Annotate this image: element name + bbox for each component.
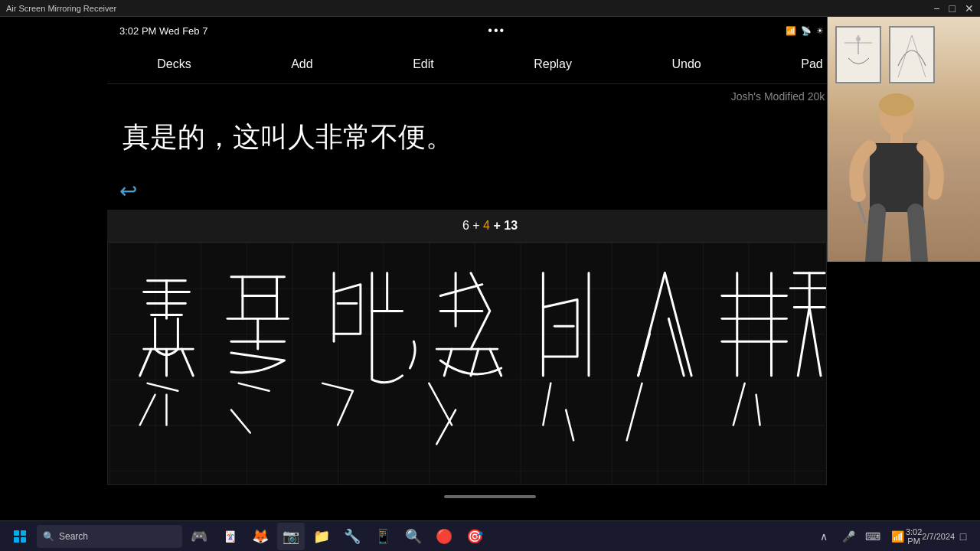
svg-point-4 bbox=[856, 37, 861, 41]
close-button[interactable]: ✕ bbox=[965, 3, 974, 14]
sys-keyboard[interactable]: ⌨ bbox=[862, 526, 884, 547]
sys-microphone[interactable]: 🎤 bbox=[838, 526, 859, 547]
nav-replay[interactable]: Replay bbox=[521, 51, 584, 77]
nav-add[interactable]: Add bbox=[279, 51, 325, 77]
left-background bbox=[0, 17, 107, 551]
taskbar-right: ∧ 🎤 ⌨ 📶 3:02 PM 2/7/2024 □ bbox=[813, 526, 974, 547]
wifi-icon: 📶 bbox=[786, 26, 796, 36]
sys-clock: 3:02 PM 2/7/2024 bbox=[911, 526, 949, 547]
svg-point-13 bbox=[879, 93, 914, 116]
window-controls: − □ ✕ bbox=[933, 3, 974, 14]
taskbar-icon-search2[interactable]: 🔍 bbox=[400, 523, 427, 550]
app-title: Air Screen Mirroring Receiver bbox=[6, 4, 116, 13]
maximize-button[interactable]: □ bbox=[949, 3, 956, 14]
taskbar-icon-target[interactable]: 🎯 bbox=[461, 523, 488, 550]
clock-date: 2/7/2024 bbox=[922, 532, 955, 541]
status-time: 3:02 PM Wed Feb 7 bbox=[119, 25, 207, 37]
signal-icon: 📡 bbox=[801, 26, 812, 36]
webcam-overlay bbox=[827, 17, 980, 262]
score-part2: 4 bbox=[483, 219, 490, 232]
sys-network[interactable]: 📶 bbox=[887, 526, 908, 547]
svg-rect-10 bbox=[870, 143, 923, 212]
search-label: Search bbox=[59, 531, 88, 542]
taskbar-search[interactable]: 🔍 Search bbox=[37, 525, 182, 548]
home-bar bbox=[444, 495, 536, 498]
sys-notifications[interactable]: □ bbox=[952, 526, 974, 547]
home-indicator bbox=[107, 485, 873, 508]
undo-area: ↩ bbox=[107, 171, 873, 210]
sentence-display: 真是的，这叫人非常不便。 bbox=[107, 106, 873, 171]
brightness-icon: ☀ bbox=[816, 26, 824, 36]
nav-decks[interactable]: Decks bbox=[145, 51, 203, 77]
drawing-area[interactable] bbox=[107, 242, 827, 485]
taskbar-icon-app1[interactable]: 🦊 bbox=[247, 523, 274, 550]
start-button[interactable] bbox=[6, 523, 34, 550]
sentence-text: 真是的，这叫人非常不便。 bbox=[122, 118, 858, 156]
phone-screen: 3:02 PM Wed Feb 7 ••• 📶 📡 ☀ 78% 🔋 Decks … bbox=[107, 17, 873, 551]
wall-frame-right bbox=[889, 26, 935, 83]
svg-line-12 bbox=[858, 202, 866, 223]
status-bar: 3:02 PM Wed Feb 7 ••• 📶 📡 ☀ 78% 🔋 bbox=[107, 17, 873, 44]
search-icon: 🔍 bbox=[43, 531, 54, 542]
nav-edit[interactable]: Edit bbox=[400, 51, 446, 77]
nav-undo[interactable]: Undo bbox=[659, 51, 713, 77]
taskbar-icon-settings[interactable]: 🔧 bbox=[338, 523, 366, 550]
taskbar-icon-game[interactable]: 🎮 bbox=[185, 523, 213, 550]
score-part1: 6 + bbox=[462, 219, 483, 232]
minimize-button[interactable]: − bbox=[933, 3, 939, 14]
taskbar-icon-cards[interactable]: 🃏 bbox=[216, 523, 243, 550]
taskbar-icon-red[interactable]: 🔴 bbox=[430, 523, 458, 550]
svg-point-11 bbox=[851, 187, 866, 202]
status-dots: ••• bbox=[488, 24, 505, 37]
score-text: 6 + 4 + 13 bbox=[462, 219, 518, 233]
taskbar: 🔍 Search 🎮 🃏 🦊 📷 📁 🔧 📱 🔍 🔴 🎯 ∧ 🎤 ⌨ 📶 3:0… bbox=[0, 520, 980, 551]
score-part3: + 13 bbox=[490, 219, 518, 232]
wall-frame-left bbox=[835, 26, 881, 83]
svg-rect-9 bbox=[890, 133, 903, 145]
taskbar-icon-folder[interactable]: 📁 bbox=[308, 523, 335, 550]
undo-icon[interactable]: ↩ bbox=[119, 178, 137, 204]
windows-logo bbox=[14, 530, 26, 543]
taskbar-icon-app2[interactable]: 📷 bbox=[277, 523, 305, 550]
person-silhouette bbox=[843, 93, 950, 262]
score-bar: 6 + 4 + 13 bbox=[107, 210, 873, 242]
title-bar: Air Screen Mirroring Receiver − □ ✕ bbox=[0, 0, 980, 17]
drawing-strokes bbox=[108, 243, 826, 484]
deck-label: Josh's Modified 20k -- hsk2 bbox=[107, 84, 873, 106]
clock-time: 3:02 PM bbox=[906, 527, 922, 546]
taskbar-icon-phone[interactable]: 📱 bbox=[369, 523, 397, 550]
sys-tray-expand[interactable]: ∧ bbox=[813, 526, 835, 547]
webcam-background bbox=[828, 17, 980, 262]
nav-bar: Decks Add Edit Replay Undo Pad bbox=[107, 44, 873, 84]
